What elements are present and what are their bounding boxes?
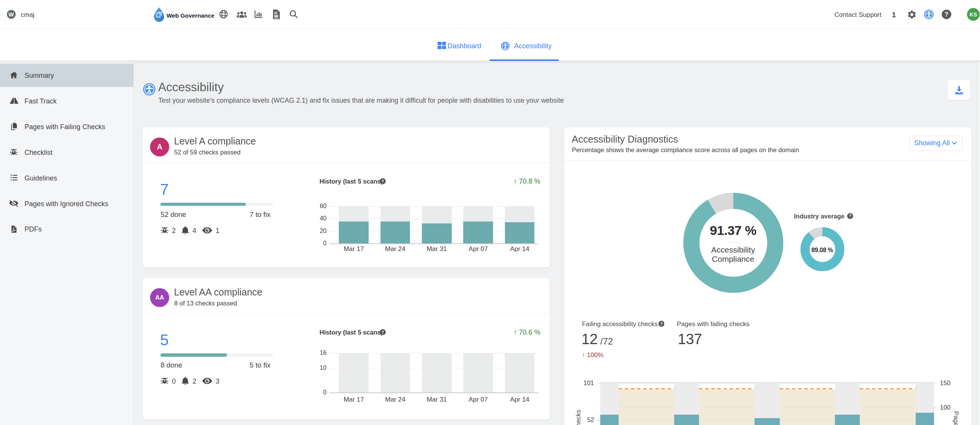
svg-text:Failing checks: Failing checks: [575, 410, 582, 425]
svg-text:Pages: Pages: [952, 411, 960, 425]
svg-text:?: ?: [382, 330, 384, 334]
svg-text:?: ?: [660, 322, 662, 326]
svg-text:?: ?: [382, 179, 384, 184]
svg-text:?: ?: [849, 214, 851, 218]
svg-text:?: ?: [945, 11, 949, 18]
